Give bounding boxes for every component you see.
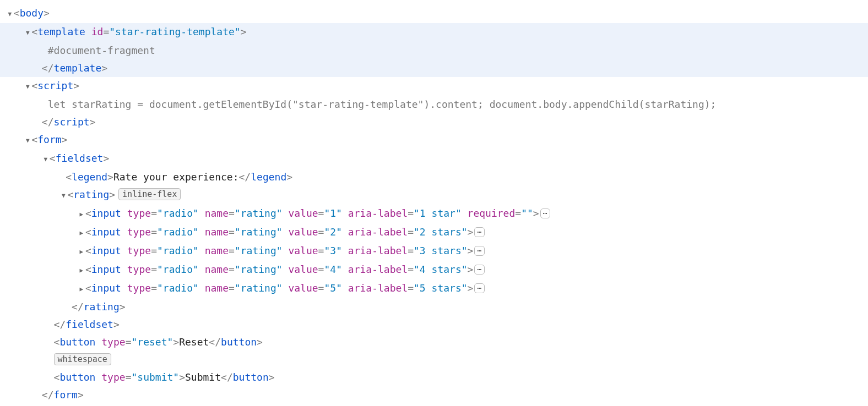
display-badge: inline-flex — [118, 188, 181, 200]
node-script-close[interactable]: </script> — [0, 113, 868, 131]
node-form-close[interactable]: </form> — [0, 386, 868, 404]
node-fieldset-open[interactable]: <fieldset> — [0, 150, 868, 168]
node-legend[interactable]: <legend>Rate your experience:</legend> — [0, 168, 868, 186]
node-script-text[interactable]: let starRating = document.getElementById… — [0, 96, 868, 113]
disclosure-triangle-icon[interactable] — [59, 187, 67, 205]
node-document-fragment[interactable]: #document-fragment — [0, 42, 868, 59]
whitespace-badge: whitespace — [54, 353, 111, 365]
node-input-3[interactable]: <input type="radio" name="rating" value=… — [0, 242, 868, 261]
disclosure-triangle-icon[interactable] — [78, 206, 85, 223]
dom-tree: <body> <template id="star-rating-templat… — [0, 0, 868, 406]
node-input-1[interactable]: <input type="radio" name="rating" value=… — [0, 205, 868, 223]
disclosure-triangle-icon[interactable] — [78, 224, 85, 242]
ellipsis-icon[interactable] — [474, 283, 485, 293]
disclosure-triangle-icon[interactable] — [42, 151, 50, 168]
ellipsis-icon[interactable] — [474, 265, 485, 275]
node-body-open[interactable]: <body> — [0, 4, 868, 23]
node-script-open[interactable]: <script> — [0, 77, 868, 96]
node-button-submit[interactable]: <button type="submit">Submit</button> — [0, 369, 868, 386]
node-template-close[interactable]: </template> — [0, 59, 868, 77]
node-fieldset-close[interactable]: </fieldset> — [0, 316, 868, 333]
node-form-open[interactable]: <form> — [0, 131, 868, 150]
ellipsis-icon[interactable] — [474, 246, 485, 256]
node-rating-close[interactable]: </rating> — [0, 298, 868, 316]
node-input-5[interactable]: <input type="radio" name="rating" value=… — [0, 279, 868, 298]
disclosure-triangle-icon[interactable] — [78, 262, 85, 279]
node-whitespace[interactable]: whitespace — [0, 351, 868, 369]
node-rating-open[interactable]: <rating>inline-flex — [0, 186, 868, 205]
node-input-4[interactable]: <input type="radio" name="rating" value=… — [0, 261, 868, 279]
disclosure-triangle-icon[interactable] — [24, 24, 31, 42]
node-template-open[interactable]: <template id="star-rating-template"> — [0, 23, 868, 42]
inputs-list: <input type="radio" name="rating" value=… — [0, 205, 868, 298]
disclosure-triangle-icon[interactable] — [78, 243, 85, 261]
disclosure-triangle-icon[interactable] — [6, 6, 14, 23]
ellipsis-icon[interactable] — [540, 209, 551, 218]
node-input-2[interactable]: <input type="radio" name="rating" value=… — [0, 223, 868, 242]
ellipsis-icon[interactable] — [474, 227, 485, 237]
disclosure-triangle-icon[interactable] — [24, 78, 31, 96]
node-body-close[interactable]: </body> — [0, 404, 868, 406]
node-button-reset[interactable]: <button type="reset">Reset</button> — [0, 333, 868, 351]
disclosure-triangle-icon[interactable] — [24, 132, 31, 150]
disclosure-triangle-icon[interactable] — [78, 281, 85, 298]
